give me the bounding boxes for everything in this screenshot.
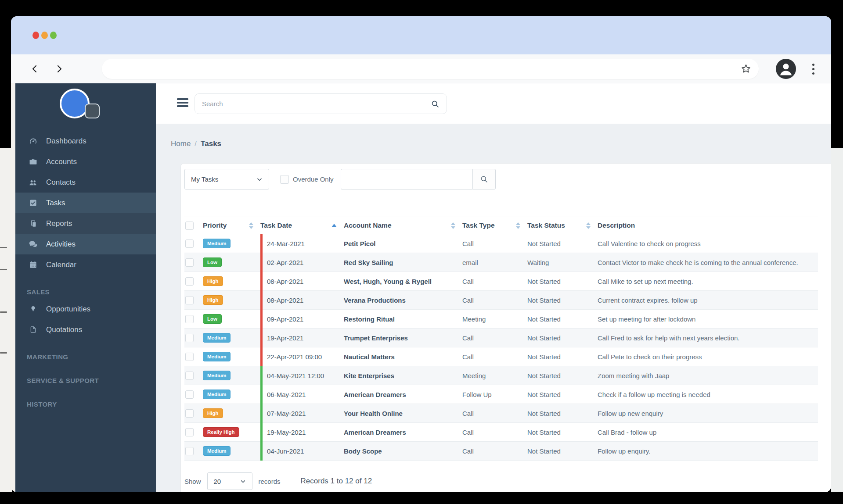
chat-icon	[27, 239, 39, 249]
sidebar-item-opportunities[interactable]: Opportunities	[15, 299, 156, 319]
column-header-type[interactable]: Task Type	[462, 222, 527, 229]
hamburger-menu-button[interactable]	[177, 98, 188, 107]
sidebar-item-quotations[interactable]: Quotations	[15, 319, 156, 340]
sidebar-item-calendar[interactable]: Calendar	[15, 254, 156, 275]
select-all-checkbox[interactable]	[185, 222, 194, 230]
browser-profile-button[interactable]	[776, 59, 796, 79]
zoom-window-icon[interactable]	[50, 32, 57, 39]
account-name-cell[interactable]: Verana Productions	[344, 297, 462, 304]
table-row[interactable]: Medium19-Apr-2021Trumpet EnterprisesCall…	[184, 329, 818, 347]
priority-cell: Low	[203, 257, 260, 268]
breadcrumb-home-link[interactable]: Home	[171, 139, 191, 148]
description-cell: Call Brad - follow up	[598, 429, 818, 436]
table-row[interactable]: Really High19-May-2021American DreamersC…	[184, 423, 818, 442]
close-window-icon[interactable]	[32, 32, 39, 39]
sidebar-item-activities[interactable]: Activities	[15, 234, 156, 254]
records-summary: Records 1 to 12 of 12	[301, 477, 372, 486]
table-row[interactable]: Medium24-Mar-2021Petit PicolCallNot Star…	[184, 234, 818, 253]
sidebar-item-reports[interactable]: Reports	[15, 213, 156, 234]
search-icon[interactable]	[431, 100, 440, 108]
sidebar-item-dashboards[interactable]: Dashboards	[15, 131, 156, 151]
row-checkbox[interactable]	[185, 277, 194, 286]
sidebar-section-service-support[interactable]: SERVICE & SUPPORT	[15, 374, 156, 387]
priority-cell: Medium	[203, 371, 260, 381]
sort-icon[interactable]	[516, 222, 520, 229]
page-size-select[interactable]: 20	[207, 472, 252, 490]
table-row[interactable]: Low02-Apr-2021Red Sky SailingemailWaitin…	[184, 253, 818, 272]
window-left-gutter	[11, 83, 15, 492]
overdue-only-checkbox[interactable]	[280, 175, 289, 184]
row-checkbox[interactable]	[185, 239, 194, 248]
account-name-cell[interactable]: West, Hugh, Young & Rygell	[344, 278, 462, 285]
row-checkbox[interactable]	[185, 315, 194, 323]
column-header-status[interactable]: Task Status	[527, 222, 598, 229]
sort-desc-icon	[516, 226, 520, 229]
account-name-cell[interactable]: Petit Picol	[344, 240, 462, 247]
row-checkbox[interactable]	[185, 390, 194, 399]
sort-icon[interactable]	[586, 222, 591, 229]
table-row[interactable]: High08-Apr-2021West, Hugh, Young & Rygel…	[184, 272, 818, 291]
row-checkbox[interactable]	[185, 296, 194, 304]
sidebar-item-accounts[interactable]: Accounts	[15, 151, 156, 172]
row-checkbox[interactable]	[185, 372, 194, 380]
list-search-input[interactable]	[341, 169, 472, 189]
task-date-cell: 06-May-2021	[260, 391, 344, 398]
sort-active-asc-icon[interactable]	[331, 224, 337, 227]
table-row[interactable]: High08-Apr-2021Verana ProductionsCallNot…	[184, 291, 818, 310]
column-header-priority[interactable]: Priority	[203, 222, 260, 229]
priority-badge: High	[203, 295, 223, 305]
priority-cell: Medium	[203, 239, 260, 249]
browser-menu-button[interactable]	[809, 61, 817, 77]
table-row[interactable]: Medium22-Apr-2021 09:00Nautical MattersC…	[184, 347, 818, 366]
account-name-cell[interactable]: American Dreamers	[344, 429, 462, 436]
back-button[interactable]	[28, 62, 42, 76]
row-checkbox[interactable]	[185, 409, 194, 418]
global-search	[195, 93, 447, 114]
forward-button[interactable]	[52, 62, 66, 76]
account-name-cell[interactable]: Kite Enterprises	[344, 372, 462, 379]
sidebar-section-history[interactable]: HISTORY	[15, 398, 156, 411]
account-name-cell[interactable]: Restoring Ritual	[344, 315, 462, 323]
sidebar-section-marketing[interactable]: MARKETING	[15, 350, 156, 364]
row-checkbox[interactable]	[185, 334, 194, 342]
app-logo[interactable]	[15, 83, 156, 131]
column-header-label: Description	[598, 222, 635, 229]
table-row[interactable]: Medium06-May-2021American DreamersFollow…	[184, 385, 818, 404]
sidebar-section-sales[interactable]: SALES	[15, 286, 156, 299]
column-header-account[interactable]: Account Name	[344, 222, 462, 229]
list-search-button[interactable]	[472, 169, 496, 189]
row-checkbox[interactable]	[185, 353, 194, 361]
view-select-value: My Tasks	[191, 175, 218, 183]
sidebar: DashboardsAccountsContactsTasksReportsAc…	[15, 83, 156, 492]
due-status-bar	[260, 253, 263, 272]
account-name-cell[interactable]: Trumpet Enterprises	[344, 334, 462, 342]
table-row[interactable]: Medium04-May-2021 12:00Kite EnterprisesM…	[184, 366, 818, 385]
sort-desc-icon	[586, 226, 591, 229]
row-checkbox[interactable]	[185, 447, 194, 455]
account-name-cell[interactable]: Body Scope	[344, 447, 462, 455]
sidebar-item-tasks[interactable]: Tasks	[15, 193, 156, 213]
column-header-date[interactable]: Task Date	[260, 222, 344, 229]
view-select[interactable]: My Tasks	[184, 169, 269, 189]
row-select-cell	[184, 409, 203, 418]
lightbulb-icon	[27, 305, 39, 313]
account-name-cell[interactable]: American Dreamers	[344, 391, 462, 398]
row-checkbox[interactable]	[185, 258, 194, 267]
star-icon[interactable]	[740, 63, 752, 75]
table-row[interactable]: High07-May-2021Your Health OnlineCallNot…	[184, 404, 818, 423]
row-checkbox[interactable]	[185, 428, 194, 436]
account-name-cell[interactable]: Your Health Online	[344, 410, 462, 417]
sidebar-item-contacts[interactable]: Contacts	[15, 172, 156, 193]
sort-icon[interactable]	[249, 222, 253, 229]
sort-icon[interactable]	[451, 222, 455, 229]
app-topbar	[156, 83, 831, 124]
address-bar[interactable]	[102, 59, 759, 79]
minimize-window-icon[interactable]	[41, 32, 48, 39]
account-name-cell[interactable]: Red Sky Sailing	[344, 259, 462, 266]
task-date-cell: 19-Apr-2021	[260, 334, 344, 342]
task-type-cell: Call	[462, 278, 527, 285]
account-name-cell[interactable]: Nautical Matters	[344, 353, 462, 361]
global-search-input[interactable]	[202, 100, 431, 107]
table-row[interactable]: Medium04-Jun-2021Body ScopeCallNot Start…	[184, 442, 818, 461]
table-row[interactable]: Low09-Apr-2021Restoring RitualMeetingNot…	[184, 310, 818, 329]
